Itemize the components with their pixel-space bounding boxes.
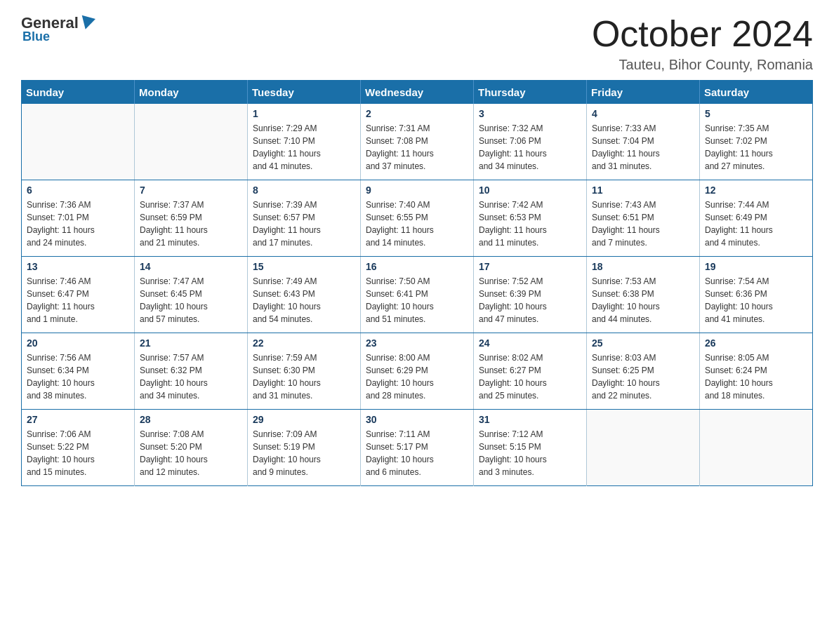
day-number: 4	[592, 108, 694, 119]
calendar-cell: 5Sunrise: 7:35 AMSunset: 7:02 PMDaylight…	[700, 104, 813, 180]
day-number: 24	[479, 337, 581, 349]
day-info: Sunrise: 7:09 AMSunset: 5:19 PMDaylight:…	[253, 428, 355, 478]
calendar-cell: 22Sunrise: 7:59 AMSunset: 6:30 PMDayligh…	[248, 333, 361, 410]
calendar-cell: 17Sunrise: 7:52 AMSunset: 6:39 PMDayligh…	[474, 257, 587, 333]
day-info: Sunrise: 7:12 AMSunset: 5:15 PMDaylight:…	[479, 428, 581, 478]
day-info: Sunrise: 7:47 AMSunset: 6:45 PMDaylight:…	[140, 275, 242, 326]
calendar-cell: 29Sunrise: 7:09 AMSunset: 5:19 PMDayligh…	[248, 410, 361, 486]
day-number: 1	[253, 108, 355, 119]
calendar-cell: 28Sunrise: 7:08 AMSunset: 5:20 PMDayligh…	[135, 410, 248, 486]
calendar-week-row: 1Sunrise: 7:29 AMSunset: 7:10 PMDaylight…	[22, 104, 813, 180]
calendar-cell: 16Sunrise: 7:50 AMSunset: 6:41 PMDayligh…	[361, 257, 474, 333]
day-info: Sunrise: 7:59 AMSunset: 6:30 PMDaylight:…	[253, 351, 355, 402]
day-number: 26	[705, 337, 807, 349]
calendar-cell: 9Sunrise: 7:40 AMSunset: 6:55 PMDaylight…	[361, 180, 474, 257]
calendar-cell: 10Sunrise: 7:42 AMSunset: 6:53 PMDayligh…	[474, 180, 587, 257]
calendar-cell: 14Sunrise: 7:47 AMSunset: 6:45 PMDayligh…	[135, 257, 248, 333]
day-info: Sunrise: 7:11 AMSunset: 5:17 PMDaylight:…	[366, 428, 468, 478]
calendar-cell	[700, 410, 813, 486]
calendar-cell: 21Sunrise: 7:57 AMSunset: 6:32 PMDayligh…	[135, 333, 248, 410]
calendar-cell	[135, 104, 248, 180]
day-info: Sunrise: 7:44 AMSunset: 6:49 PMDaylight:…	[705, 199, 807, 249]
calendar-cell: 4Sunrise: 7:33 AMSunset: 7:04 PMDaylight…	[587, 104, 700, 180]
day-number: 31	[479, 414, 581, 425]
title-section: October 2024 Tauteu, Bihor County, Roman…	[592, 14, 813, 73]
day-number: 20	[27, 337, 129, 349]
day-info: Sunrise: 7:37 AMSunset: 6:59 PMDaylight:…	[140, 199, 242, 249]
day-info: Sunrise: 7:43 AMSunset: 6:51 PMDaylight:…	[592, 199, 694, 249]
day-number: 11	[592, 185, 694, 196]
day-info: Sunrise: 7:46 AMSunset: 6:47 PMDaylight:…	[27, 275, 129, 326]
calendar-cell: 3Sunrise: 7:32 AMSunset: 7:06 PMDaylight…	[474, 104, 587, 180]
day-info: Sunrise: 8:05 AMSunset: 6:24 PMDaylight:…	[705, 351, 807, 402]
logo-triangle-icon	[79, 15, 95, 32]
day-number: 17	[479, 261, 581, 272]
calendar-cell: 20Sunrise: 7:56 AMSunset: 6:34 PMDayligh…	[22, 333, 135, 410]
calendar-cell: 24Sunrise: 8:02 AMSunset: 6:27 PMDayligh…	[474, 333, 587, 410]
day-info: Sunrise: 7:50 AMSunset: 6:41 PMDaylight:…	[366, 275, 468, 326]
day-number: 2	[366, 108, 468, 119]
calendar-cell: 7Sunrise: 7:37 AMSunset: 6:59 PMDaylight…	[135, 180, 248, 257]
day-number: 21	[140, 337, 242, 349]
day-number: 10	[479, 185, 581, 196]
calendar-cell: 1Sunrise: 7:29 AMSunset: 7:10 PMDaylight…	[248, 104, 361, 180]
weekday-header-row: SundayMondayTuesdayWednesdayThursdayFrid…	[22, 81, 813, 105]
day-number: 29	[253, 414, 355, 425]
day-info: Sunrise: 7:54 AMSunset: 6:36 PMDaylight:…	[705, 275, 807, 326]
calendar-cell: 12Sunrise: 7:44 AMSunset: 6:49 PMDayligh…	[700, 180, 813, 257]
day-info: Sunrise: 7:29 AMSunset: 7:10 PMDaylight:…	[253, 122, 355, 173]
calendar-cell: 15Sunrise: 7:49 AMSunset: 6:43 PMDayligh…	[248, 257, 361, 333]
calendar-cell: 30Sunrise: 7:11 AMSunset: 5:17 PMDayligh…	[361, 410, 474, 486]
day-info: Sunrise: 7:35 AMSunset: 7:02 PMDaylight:…	[705, 122, 807, 173]
day-info: Sunrise: 7:53 AMSunset: 6:38 PMDaylight:…	[592, 275, 694, 326]
logo-blue-text: Blue	[22, 29, 50, 44]
day-info: Sunrise: 7:56 AMSunset: 6:34 PMDaylight:…	[27, 351, 129, 402]
day-number: 9	[366, 185, 468, 196]
weekday-header-tuesday: Tuesday	[248, 81, 361, 105]
day-info: Sunrise: 8:02 AMSunset: 6:27 PMDaylight:…	[479, 351, 581, 402]
weekday-header-thursday: Thursday	[474, 81, 587, 105]
calendar-week-row: 6Sunrise: 7:36 AMSunset: 7:01 PMDaylight…	[22, 180, 813, 257]
calendar-cell: 6Sunrise: 7:36 AMSunset: 7:01 PMDaylight…	[22, 180, 135, 257]
day-number: 16	[366, 261, 468, 272]
day-info: Sunrise: 7:42 AMSunset: 6:53 PMDaylight:…	[479, 199, 581, 249]
logo: General Blue	[21, 14, 95, 44]
calendar-cell: 26Sunrise: 8:05 AMSunset: 6:24 PMDayligh…	[700, 333, 813, 410]
day-number: 18	[592, 261, 694, 272]
day-number: 25	[592, 337, 694, 349]
weekday-header-saturday: Saturday	[700, 81, 813, 105]
day-info: Sunrise: 7:33 AMSunset: 7:04 PMDaylight:…	[592, 122, 694, 173]
month-title: October 2024	[592, 14, 813, 54]
calendar-cell: 2Sunrise: 7:31 AMSunset: 7:08 PMDaylight…	[361, 104, 474, 180]
day-number: 23	[366, 337, 468, 349]
day-info: Sunrise: 7:49 AMSunset: 6:43 PMDaylight:…	[253, 275, 355, 326]
calendar-cell	[587, 410, 700, 486]
day-number: 12	[705, 185, 807, 196]
day-number: 28	[140, 414, 242, 425]
calendar-cell: 11Sunrise: 7:43 AMSunset: 6:51 PMDayligh…	[587, 180, 700, 257]
day-number: 27	[27, 414, 129, 425]
calendar-table: SundayMondayTuesdayWednesdayThursdayFrid…	[21, 80, 813, 486]
calendar-cell: 19Sunrise: 7:54 AMSunset: 6:36 PMDayligh…	[700, 257, 813, 333]
day-info: Sunrise: 7:08 AMSunset: 5:20 PMDaylight:…	[140, 428, 242, 478]
day-info: Sunrise: 7:36 AMSunset: 7:01 PMDaylight:…	[27, 199, 129, 249]
calendar-cell: 31Sunrise: 7:12 AMSunset: 5:15 PMDayligh…	[474, 410, 587, 486]
day-number: 22	[253, 337, 355, 349]
weekday-header-sunday: Sunday	[22, 81, 135, 105]
calendar-cell: 25Sunrise: 8:03 AMSunset: 6:25 PMDayligh…	[587, 333, 700, 410]
day-number: 6	[27, 185, 129, 196]
day-number: 8	[253, 185, 355, 196]
day-number: 5	[705, 108, 807, 119]
calendar-cell: 27Sunrise: 7:06 AMSunset: 5:22 PMDayligh…	[22, 410, 135, 486]
calendar-cell: 23Sunrise: 8:00 AMSunset: 6:29 PMDayligh…	[361, 333, 474, 410]
day-info: Sunrise: 7:32 AMSunset: 7:06 PMDaylight:…	[479, 122, 581, 173]
day-info: Sunrise: 7:39 AMSunset: 6:57 PMDaylight:…	[253, 199, 355, 249]
day-number: 14	[140, 261, 242, 272]
weekday-header-monday: Monday	[135, 81, 248, 105]
calendar-cell: 8Sunrise: 7:39 AMSunset: 6:57 PMDaylight…	[248, 180, 361, 257]
day-number: 30	[366, 414, 468, 425]
calendar-week-row: 13Sunrise: 7:46 AMSunset: 6:47 PMDayligh…	[22, 257, 813, 333]
day-info: Sunrise: 7:06 AMSunset: 5:22 PMDaylight:…	[27, 428, 129, 478]
day-number: 13	[27, 261, 129, 272]
weekday-header-wednesday: Wednesday	[361, 81, 474, 105]
